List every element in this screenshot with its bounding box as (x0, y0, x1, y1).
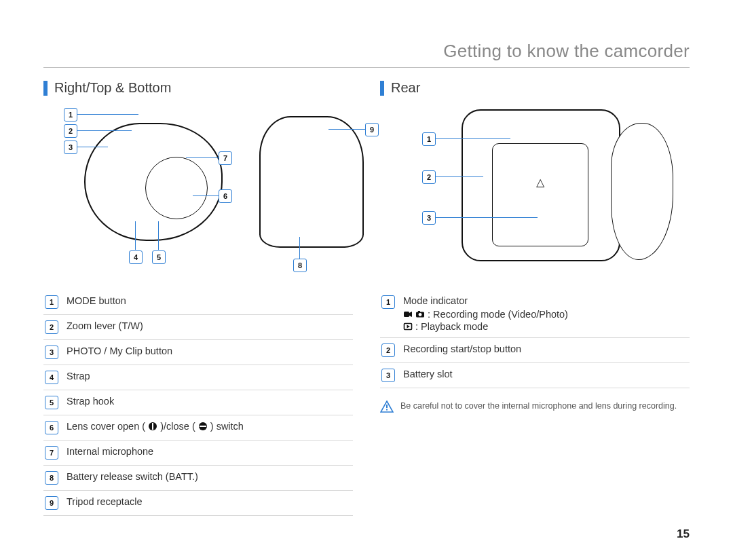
svg-rect-8 (418, 311, 420, 312)
mode-recording-text: : Recording mode (Video/Photo) (428, 309, 568, 320)
callout-box: 7 (219, 151, 232, 165)
svg-marker-10 (407, 325, 411, 329)
callout-box: 2 (64, 124, 77, 138)
legend-row: 8 Battery release switch (BATT.) (43, 466, 353, 491)
lens-illustration (145, 157, 208, 219)
legend-row: 5 Strap hook (43, 390, 353, 415)
leader-line (436, 217, 538, 218)
callout-box: 5 (152, 250, 166, 264)
leader-line (186, 157, 219, 158)
callout-box: 1 (64, 108, 77, 122)
legend-number: 4 (45, 371, 58, 384)
callout-box: 3 (422, 211, 436, 225)
leader-line (158, 221, 159, 250)
legend-row: 3 PHOTO / My Clip button (43, 340, 353, 365)
svg-rect-1 (152, 423, 153, 430)
legend-number: 5 (45, 396, 58, 409)
diagram-rear: △ 1 2 3 (380, 102, 690, 279)
callout-box: 3 (64, 141, 77, 154)
right-column: Rear △ 1 2 3 1 Mode ind (380, 80, 690, 516)
legend-label: MODE button (65, 290, 353, 315)
legend-number: 1 (45, 295, 58, 309)
svg-point-7 (419, 313, 422, 316)
legend-row: 7 Internal microphone (43, 441, 353, 466)
legend-label: Strap hook (65, 390, 353, 415)
leader-line (328, 129, 365, 130)
legend-row: 4 Strap (43, 365, 353, 390)
legend-label: Zoom lever (T/W) (65, 315, 353, 340)
legend-label: Battery slot (402, 363, 690, 388)
video-mode-icon (403, 310, 413, 319)
page-title: Getting to know the camcorder (43, 41, 690, 66)
section-heading-right: Rear (380, 80, 690, 96)
legend-label: Strap (65, 365, 353, 390)
callout-box: 8 (293, 259, 307, 272)
callout-box: 6 (219, 189, 232, 203)
two-column-layout: Right/Top & Bottom 1 2 3 4 5 6 (43, 80, 690, 516)
svg-marker-5 (409, 312, 412, 317)
legend-label: Internal microphone (65, 441, 353, 466)
legend-row: 2 Zoom lever (T/W) (43, 315, 353, 340)
grip-illustration (611, 123, 673, 260)
legend-label: Mode indicator : Recording mode (Video/P… (402, 290, 690, 338)
title-rule (43, 67, 690, 68)
photo-mode-icon (415, 310, 425, 319)
left-column: Right/Top & Bottom 1 2 3 4 5 6 (43, 80, 353, 516)
svg-rect-3 (200, 426, 206, 427)
legend-left: 1 MODE button 2 Zoom lever (T/W) 3 PHOTO… (43, 290, 353, 516)
callout-box: 4 (129, 250, 143, 264)
legend-number: 6 (45, 421, 58, 434)
legend-number: 7 (45, 446, 58, 460)
legend-row: 2 Recording start/stop button (380, 338, 690, 363)
section-heading-left-text: Right/Top & Bottom (54, 80, 171, 96)
legend-row: 6 Lens cover open ( )/close ( ) switch (43, 415, 353, 441)
section-heading-right-text: Rear (391, 80, 420, 96)
section-heading-left: Right/Top & Bottom (43, 80, 353, 96)
svg-rect-4 (404, 312, 409, 317)
legend-number: 2 (381, 343, 395, 357)
callout-box: 2 (422, 170, 436, 184)
mode-indicator-title: Mode indicator (403, 295, 687, 306)
leader-line (77, 147, 108, 147)
manual-page: Getting to know the camcorder Right/Top … (0, 0, 733, 560)
leader-line (135, 221, 136, 250)
caution-icon (380, 400, 394, 413)
legend-row: 3 Battery slot (380, 363, 690, 388)
mode-playback-text: : Playback mode (415, 321, 488, 332)
legend-number: 9 (45, 496, 58, 510)
caution-text: Be careful not to cover the internal mic… (400, 400, 677, 413)
svg-rect-12 (386, 405, 388, 408)
legend-text-mid: )/close ( (160, 421, 195, 432)
legend-right: 1 Mode indicator : Recording mode (Video… (380, 290, 690, 388)
legend-label: Tripod receptacle (65, 491, 353, 516)
leader-line (193, 195, 219, 196)
legend-text-pre: Lens cover open ( (67, 421, 145, 432)
playback-mode-icon (403, 322, 413, 331)
legend-number: 2 (45, 320, 58, 334)
leader-line (436, 176, 483, 177)
svg-rect-13 (386, 409, 388, 411)
legend-number: 3 (381, 369, 395, 382)
camcorder-illustration-bottom (259, 116, 364, 248)
page-number: 15 (677, 527, 690, 541)
legend-row: 1 Mode indicator : Recording mode (Video… (380, 290, 690, 338)
mode-recording-line: : Recording mode (Video/Photo) (403, 309, 687, 320)
legend-label: Battery release switch (BATT.) (65, 466, 353, 491)
legend-row: 9 Tripod receptacle (43, 491, 353, 516)
legend-number: 3 (45, 346, 58, 359)
diagram-right-top-bottom: 1 2 3 4 5 6 7 8 9 (43, 102, 353, 279)
caution-note: Be careful not to cover the internal mic… (380, 400, 690, 413)
legend-row: 1 MODE button (43, 290, 353, 315)
mode-playback-line: : Playback mode (403, 321, 687, 332)
leader-line (77, 114, 138, 115)
lens-close-icon (198, 422, 208, 431)
legend-label: PHOTO / My Clip button (65, 340, 353, 365)
leader-line (436, 138, 510, 139)
battery-slot-illustration (492, 143, 588, 246)
callout-box: 1 (422, 132, 436, 146)
callout-box: 9 (365, 123, 379, 136)
legend-label: Recording start/stop button (402, 338, 690, 363)
legend-label: Lens cover open ( )/close ( ) switch (65, 415, 353, 441)
legend-number: 1 (381, 295, 395, 309)
legend-number: 8 (45, 471, 58, 485)
